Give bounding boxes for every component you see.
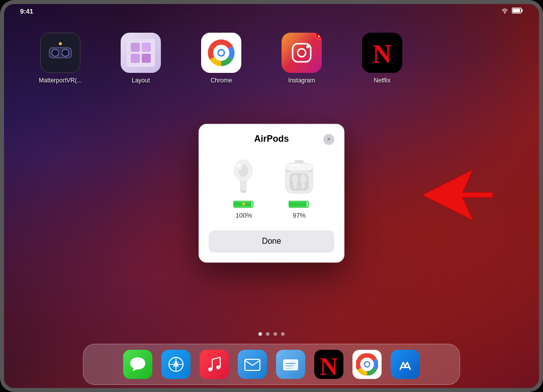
page-dot-3[interactable] bbox=[274, 332, 277, 336]
layout-label: Layout bbox=[132, 77, 150, 84]
airpod-case-image bbox=[279, 152, 319, 198]
svg-rect-61 bbox=[294, 182, 297, 188]
svg-rect-47 bbox=[396, 355, 414, 373]
chrome-label: Chrome bbox=[211, 77, 232, 84]
svg-rect-38 bbox=[286, 363, 296, 364]
instagram-icon-image: 2 bbox=[282, 33, 322, 73]
svg-point-21 bbox=[298, 49, 306, 57]
svg-rect-40 bbox=[286, 368, 292, 369]
dock-music[interactable] bbox=[200, 350, 229, 379]
svg-rect-3 bbox=[522, 9, 523, 12]
page-dot-2[interactable] bbox=[266, 332, 269, 336]
airpods-modal: AirPods × bbox=[199, 124, 344, 262]
page-dots bbox=[258, 332, 285, 336]
svg-point-59 bbox=[292, 174, 298, 183]
svg-rect-58 bbox=[290, 173, 309, 190]
status-bar: 9:41 bbox=[20, 5, 523, 17]
svg-point-19 bbox=[219, 50, 224, 55]
status-icons bbox=[501, 8, 523, 15]
svg-rect-8 bbox=[59, 51, 62, 55]
chrome-icon-image bbox=[201, 33, 241, 73]
svg-rect-2 bbox=[513, 9, 520, 12]
svg-point-22 bbox=[306, 45, 309, 48]
svg-point-6 bbox=[52, 49, 59, 56]
airpod-bud-item: ⚡ 100% bbox=[224, 152, 264, 219]
app-layout[interactable]: Layout bbox=[121, 33, 161, 84]
dock: N bbox=[83, 344, 460, 385]
svg-line-34 bbox=[212, 357, 220, 359]
svg-text:N: N bbox=[320, 352, 338, 377]
netflix-label: Netflix bbox=[374, 77, 390, 84]
svg-point-46 bbox=[365, 362, 369, 366]
svg-rect-10 bbox=[127, 39, 155, 67]
app-row: MatterportVR(... Layout bbox=[30, 33, 513, 84]
matterportvr-label: MatterportVR(... bbox=[39, 77, 81, 84]
airpod-charging-bolt: ⚡ bbox=[241, 202, 246, 207]
svg-text:N: N bbox=[373, 40, 392, 67]
dock-safari[interactable] bbox=[161, 350, 191, 379]
svg-rect-62 bbox=[302, 182, 305, 188]
app-matterportvr[interactable]: MatterportVR(... bbox=[40, 33, 80, 84]
instagram-label: Instagram bbox=[288, 77, 315, 84]
dock-appstore[interactable] bbox=[391, 350, 420, 379]
svg-rect-39 bbox=[286, 365, 294, 366]
modal-header: AirPods × bbox=[209, 134, 334, 144]
svg-rect-12 bbox=[142, 43, 151, 52]
layout-icon-image bbox=[121, 33, 161, 73]
svg-point-60 bbox=[300, 174, 306, 183]
dock-netflix[interactable]: N bbox=[314, 350, 343, 379]
svg-rect-13 bbox=[131, 54, 140, 63]
airpod-battery-row: ⚡ bbox=[233, 201, 254, 208]
airpod-case-item: 97% bbox=[279, 152, 319, 219]
svg-rect-63 bbox=[289, 164, 300, 166]
svg-rect-57 bbox=[295, 160, 304, 163]
page-dot-1[interactable] bbox=[258, 332, 262, 336]
modal-close-button[interactable]: × bbox=[323, 134, 334, 145]
battery-icon bbox=[512, 8, 523, 15]
modal-title: AirPods bbox=[254, 134, 289, 144]
dock-messages[interactable] bbox=[123, 350, 152, 379]
dock-chrome[interactable] bbox=[352, 350, 382, 379]
case-battery-percent: 97% bbox=[293, 212, 306, 219]
airpod-battery-bar: ⚡ bbox=[233, 201, 253, 208]
svg-rect-14 bbox=[142, 54, 151, 63]
case-battery-row bbox=[289, 201, 310, 208]
ipad-frame: 9:41 bbox=[0, 0, 543, 392]
status-time: 9:41 bbox=[20, 8, 33, 15]
svg-point-7 bbox=[62, 49, 69, 56]
instagram-badge: 2 bbox=[315, 33, 322, 40]
svg-point-0 bbox=[504, 12, 505, 13]
airpod-bud-image bbox=[224, 152, 264, 198]
dock-mail[interactable] bbox=[238, 350, 267, 379]
app-netflix[interactable]: N Netflix bbox=[362, 33, 402, 84]
page-dot-4[interactable] bbox=[281, 332, 285, 336]
airpods-images: ⚡ 100% bbox=[209, 152, 334, 219]
wifi-icon bbox=[501, 8, 509, 15]
done-button[interactable]: Done bbox=[209, 230, 334, 252]
dock-files[interactable] bbox=[276, 350, 305, 379]
case-battery-bar bbox=[289, 201, 309, 208]
netflix-icon-image: N bbox=[362, 33, 402, 73]
svg-point-9 bbox=[59, 42, 62, 45]
app-chrome[interactable]: Chrome bbox=[201, 33, 241, 84]
svg-rect-52 bbox=[241, 190, 246, 192]
svg-rect-11 bbox=[131, 43, 140, 52]
app-instagram[interactable]: 2 Instagram bbox=[282, 33, 322, 84]
matterportvr-icon-image bbox=[40, 33, 80, 73]
airpod-battery-percent: 100% bbox=[235, 212, 252, 219]
